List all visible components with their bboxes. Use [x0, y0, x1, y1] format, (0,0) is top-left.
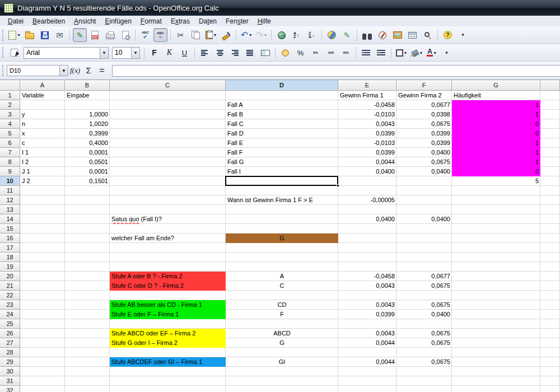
- chevron-down-icon[interactable]: ▼: [131, 48, 139, 58]
- sum-button[interactable]: Σ: [82, 64, 95, 77]
- row-header-19[interactable]: 19: [0, 262, 20, 272]
- borders-button[interactable]: ▾: [394, 46, 408, 60]
- menu-fenster[interactable]: Fenster: [221, 17, 253, 26]
- cell-D3[interactable]: Fall B: [226, 110, 338, 119]
- navigator-button[interactable]: [375, 28, 389, 42]
- cut-button[interactable]: ✂: [174, 28, 188, 42]
- cell-B4[interactable]: 1,0020: [65, 119, 110, 129]
- font-color-button[interactable]: A▾: [424, 46, 438, 60]
- row-header-30[interactable]: 30: [0, 367, 20, 376]
- save-button[interactable]: [38, 28, 52, 42]
- cell-F20[interactable]: 0,0677: [396, 272, 452, 281]
- row-header-20[interactable]: 20: [0, 272, 20, 281]
- align-justified-button[interactable]: [243, 46, 257, 60]
- cell-C29[interactable]: Stufe ABCDEF oder GI – Firma 1: [110, 357, 226, 367]
- cell-E7[interactable]: 0,0399: [338, 148, 396, 157]
- cell-C23[interactable]: Stufe AB besser als CD - Firma 1: [110, 300, 226, 310]
- row-header-32[interactable]: 32: [0, 386, 20, 392]
- cell-C16[interactable]: welcher Fall am Ende?: [110, 234, 226, 243]
- row-header-9[interactable]: 9: [0, 167, 20, 176]
- chevron-down-icon[interactable]: ▾: [264, 32, 267, 38]
- cell-E20[interactable]: -0,0458: [338, 272, 396, 281]
- col-header-G[interactable]: G: [452, 80, 540, 91]
- cell-F14[interactable]: 0,0400: [396, 214, 452, 224]
- cell-G7[interactable]: 1: [452, 148, 540, 157]
- delete-decimal-place-button[interactable]: 000: [339, 46, 353, 60]
- cell-A8[interactable]: I 2: [20, 157, 65, 167]
- menu-bearbeiten[interactable]: Bearbeiten: [28, 17, 69, 26]
- redo-button[interactable]: ↷▾: [254, 28, 268, 42]
- cell-B6[interactable]: 0,4000: [65, 138, 110, 148]
- col-header-D[interactable]: D: [226, 80, 338, 91]
- formula-input-line[interactable]: [112, 65, 560, 77]
- data-sources-button[interactable]: [405, 28, 419, 42]
- cell-E4[interactable]: 0,0043: [338, 119, 396, 129]
- cell-D4[interactable]: Fall C: [226, 119, 338, 129]
- row-header-1[interactable]: 1: [0, 91, 20, 100]
- cell-F29[interactable]: 0,0675: [396, 357, 452, 367]
- font-size-combo[interactable]: 10▼: [112, 47, 140, 59]
- col-header-A[interactable]: A: [20, 80, 65, 91]
- cell-B1[interactable]: Eingabe: [65, 91, 110, 100]
- decrease-indent-button[interactable]: [359, 46, 373, 60]
- row-header-21[interactable]: 21: [0, 281, 20, 291]
- print-button[interactable]: [103, 28, 117, 42]
- cell-F21[interactable]: 0,0675: [396, 281, 452, 291]
- cell-A1[interactable]: Variable: [20, 91, 65, 100]
- menu-datei[interactable]: Datei: [3, 17, 28, 26]
- cell-F23[interactable]: 0,0675: [396, 300, 452, 310]
- cell-F9[interactable]: 0,0400: [396, 167, 452, 176]
- chevron-down-icon[interactable]: ▾: [420, 50, 422, 55]
- insert-chart-button[interactable]: [325, 28, 339, 42]
- menu-ansicht[interactable]: Ansicht: [69, 17, 100, 26]
- chevron-down-icon[interactable]: ▾: [214, 32, 216, 38]
- name-box[interactable]: D10 ▼: [7, 65, 68, 76]
- underline-button[interactable]: U: [178, 46, 192, 60]
- add-decimal-place-button[interactable]: .000: [324, 46, 338, 60]
- col-header-F[interactable]: F: [396, 80, 452, 91]
- cell-B3[interactable]: 1,0000: [65, 110, 110, 119]
- open-button[interactable]: [22, 28, 36, 42]
- row-header-28[interactable]: 28: [0, 348, 20, 357]
- chevron-down-icon[interactable]: ▼: [100, 48, 108, 58]
- menu-einfügen[interactable]: Einfügen: [100, 17, 136, 26]
- sort-ascending-button[interactable]: AZ↓: [290, 28, 304, 42]
- align-center-button[interactable]: [213, 46, 227, 60]
- format-paintbrush-button[interactable]: [219, 28, 233, 42]
- page-preview-button[interactable]: [118, 28, 132, 42]
- cell-B7[interactable]: 0,0001: [65, 148, 110, 157]
- cell-A6[interactable]: c: [20, 138, 65, 148]
- email-button[interactable]: ✉: [53, 28, 67, 42]
- cell-A4[interactable]: n: [20, 119, 65, 129]
- help-button[interactable]: [441, 28, 455, 42]
- chevron-down-icon[interactable]: ▾: [249, 32, 251, 38]
- cell-D16[interactable]: G: [226, 234, 338, 243]
- cell-F7[interactable]: 0,0400: [396, 148, 452, 157]
- cell-D27[interactable]: G: [226, 338, 338, 348]
- cell-F4[interactable]: 0,0675: [396, 119, 452, 129]
- row-header-15[interactable]: 15: [0, 224, 20, 234]
- cell-D12[interactable]: Wann ist Gewinn Firma 1 F > E: [226, 195, 338, 205]
- cell-cursor[interactable]: [225, 176, 338, 186]
- menu-format[interactable]: Format: [136, 17, 166, 26]
- gallery-button[interactable]: [390, 28, 404, 42]
- row-header-4[interactable]: 4: [0, 119, 20, 129]
- cell-E21[interactable]: 0,0043: [338, 281, 396, 291]
- menu-daten[interactable]: Daten: [194, 17, 221, 26]
- cell-D2[interactable]: Fall A: [226, 100, 338, 110]
- sort-descending-button[interactable]: ZA↓: [305, 28, 319, 42]
- draw-functions-button[interactable]: ✎: [340, 28, 354, 42]
- row-header-10[interactable]: 10: [0, 176, 20, 186]
- cell-G1[interactable]: Häufigkeit: [452, 91, 540, 100]
- equals-button[interactable]: =: [95, 64, 109, 77]
- cell-C14[interactable]: Satus quo (Fall I)?: [110, 214, 226, 224]
- zoom-button[interactable]: [421, 28, 435, 42]
- cell-G4[interactable]: 0: [452, 119, 540, 129]
- cell-D21[interactable]: C: [226, 281, 338, 291]
- row-header-14[interactable]: 14: [0, 214, 20, 224]
- grid-corner[interactable]: [0, 80, 20, 91]
- cell-D9[interactable]: Fall I: [226, 167, 338, 176]
- cell-D7[interactable]: Fall F: [226, 148, 338, 157]
- cell-A9[interactable]: J 1: [20, 167, 65, 176]
- row-header-3[interactable]: 3: [0, 110, 20, 119]
